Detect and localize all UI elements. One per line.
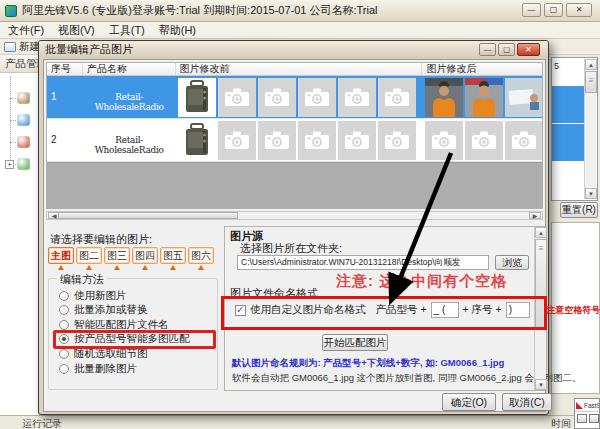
time-label: 时间	[551, 417, 571, 429]
scroll-down-icon[interactable]: ▼	[535, 379, 547, 390]
cancel-button[interactable]: 取消(C)	[502, 393, 552, 411]
reset-button[interactable]: 重置(R)	[560, 202, 598, 218]
tab-主图[interactable]: 主图	[48, 247, 74, 264]
annotation-space-note: 注意: 这个中间有个空格	[336, 272, 507, 291]
new-window-icon	[4, 42, 16, 52]
dialog-close-button[interactable]: ✕	[517, 43, 540, 56]
tab-wrap: 图四	[132, 247, 158, 270]
run-log-label: 运行记录	[22, 417, 62, 429]
ok-button[interactable]: 确定(O)	[442, 393, 496, 411]
maximize-button[interactable]: ▢	[544, 3, 563, 17]
product-image-table: 序号产品名称图片修改前图片修改后 1Retail-WholesaleRadio2…	[46, 62, 543, 209]
monitor-icon	[17, 158, 30, 170]
dialog-minimize-button[interactable]: —	[479, 43, 496, 56]
camera-placeholder-icon	[425, 121, 463, 160]
menu-item[interactable]: 视图(V)	[58, 23, 95, 38]
camera-placeholder-icon	[258, 78, 296, 117]
radio-icon[interactable]	[59, 349, 69, 359]
method-option[interactable]: 智能匹配图片文件名	[59, 318, 169, 331]
main-window-title: 阿里先锋V5.6 (专业版)登录账号:Trial 到期时间:2015-07-01…	[22, 3, 378, 18]
method-option[interactable]: 批量添加或替换	[59, 304, 148, 317]
faststone-capture-widget[interactable]: FastStone	[574, 398, 600, 429]
column-header[interactable]: 图片修改前	[176, 63, 423, 75]
radio-icon[interactable]	[59, 364, 69, 374]
tab-marker-icon	[198, 265, 204, 270]
thumbnail-card	[505, 78, 543, 117]
dialog-title: 批量编辑产品图片	[45, 42, 133, 57]
table-row[interactable]: 2Retail-WholesaleRadio	[47, 119, 542, 162]
method-option[interactable]: 批量删除图片	[59, 362, 137, 375]
faststone-logo-icon	[576, 402, 583, 409]
scrollbar-thumb[interactable]	[585, 71, 597, 93]
radio-icon[interactable]	[59, 305, 69, 315]
method-option[interactable]: 随机选取细节图	[59, 347, 148, 360]
tree-item[interactable]: +	[0, 153, 39, 175]
batch-edit-images-dialog: 批量编辑产品图片 — ▢ ✕ 序号产品名称图片修改前图片修改后 1Retail-…	[38, 40, 549, 415]
tree-item[interactable]	[0, 131, 39, 153]
pattern-suffix-input[interactable]: )	[506, 302, 530, 318]
camera-placeholder-icon	[378, 121, 416, 160]
close-button[interactable]: ✕	[566, 3, 592, 17]
method-label: 批量添加或替换	[74, 303, 148, 317]
column-header[interactable]: 图片修改后	[422, 63, 542, 75]
tab-图五[interactable]: 图五	[160, 247, 186, 264]
pattern-middle-label: + 序号 +	[463, 303, 502, 317]
radio-icon[interactable]	[59, 320, 69, 330]
tab-marker-icon	[86, 265, 92, 270]
image-tabs: 主图图二图三图四图五图六	[48, 247, 214, 270]
edit-method-group: 编辑方法 使用新图片批量添加或替换智能匹配图片文件名按产品型号智能多图匹配随机选…	[48, 278, 218, 390]
folder-path-input[interactable]: C:\Users\Administrator.WIN7U-20131218I\D…	[237, 255, 489, 270]
method-option[interactable]: 使用新图片	[59, 289, 127, 302]
menu-item[interactable]: 工具(T)	[109, 23, 145, 38]
pattern-separator-input[interactable]: _ (	[431, 302, 459, 318]
column-header[interactable]: 产品名称	[83, 63, 176, 75]
tab-marker-icon	[170, 265, 176, 270]
scroll-down-icon[interactable]: ▼	[585, 188, 597, 199]
app-icon	[5, 5, 17, 17]
list-scrollbar[interactable]: ▲ ▼	[584, 59, 596, 199]
table-row[interactable]: 1Retail-WholesaleRadio	[47, 76, 542, 119]
radio-selected-icon[interactable]	[59, 334, 69, 344]
camera-placeholder-icon	[505, 121, 543, 160]
thumbnail-radio	[178, 121, 216, 160]
column-header[interactable]: 序号	[47, 63, 83, 75]
background-thumbnail-list[interactable]: 5 ▲ ▼	[551, 57, 598, 201]
image-source-panel: 图片源 选择图片所在文件夹: C:\Users\Administrator.WI…	[224, 226, 547, 391]
capture-window-icon[interactable]	[577, 414, 587, 423]
camera-placeholder-icon	[258, 121, 296, 160]
scrollbar-thumb[interactable]	[58, 212, 238, 219]
menu-item[interactable]: 文件(F)	[8, 23, 44, 38]
table-horizontal-scrollbar[interactable]: ◀ ▶	[46, 211, 543, 220]
tab-wrap: 图三	[104, 247, 130, 270]
cell-product-name: Retail-WholesaleRadio	[83, 76, 176, 118]
browse-button[interactable]: 浏览	[495, 255, 529, 270]
scroll-right-icon[interactable]: ▶	[529, 212, 541, 219]
camera-placeholder-icon	[378, 78, 416, 117]
tab-图三[interactable]: 图三	[104, 247, 130, 264]
source-panel-scrollbar[interactable]: ▲ ▼	[534, 227, 546, 390]
tab-图二[interactable]: 图二	[76, 247, 102, 264]
method-label: 随机选取细节图	[74, 347, 148, 361]
expand-icon[interactable]: +	[5, 160, 14, 169]
scroll-up-icon[interactable]: ▲	[535, 227, 547, 238]
main-title-bar: 阿里先锋V5.6 (专业版)登录账号:Trial 到期时间:2015-07-01…	[0, 0, 600, 22]
list-item-selected[interactable]	[552, 124, 586, 161]
capture-region-icon[interactable]	[589, 414, 599, 423]
tab-图四[interactable]: 图四	[132, 247, 158, 264]
tab-图六[interactable]: 图六	[188, 247, 214, 264]
ball-icon	[17, 136, 30, 148]
tree-item[interactable]	[0, 109, 39, 131]
tree-item[interactable]	[0, 87, 39, 109]
method-option[interactable]: 按产品型号智能多图匹配	[59, 333, 190, 346]
minimize-button[interactable]: —	[522, 3, 541, 17]
list-item-selected[interactable]	[552, 86, 586, 123]
menu-item[interactable]: 帮助(H)	[159, 23, 196, 38]
start-matching-button[interactable]: 开始匹配图片	[322, 334, 388, 351]
tab-wrap: 图二	[76, 247, 102, 270]
dialog-maximize-button[interactable]: ▢	[498, 43, 515, 56]
radio-icon[interactable]	[59, 291, 69, 301]
custom-naming-checkbox[interactable]	[235, 305, 246, 316]
basket-icon	[17, 92, 30, 104]
scrollbar-thumb[interactable]	[535, 239, 547, 329]
scroll-up-icon[interactable]: ▲	[585, 59, 597, 70]
